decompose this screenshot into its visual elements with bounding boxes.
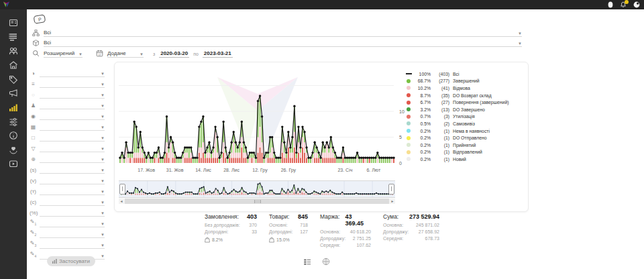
legend-item[interactable]: 100%(403)Всі [405,70,525,78]
tag-p-icon[interactable]: Р [32,13,47,25]
avatar-icon[interactable] [608,1,613,8]
filter-select[interactable]: ▼ [40,115,105,120]
list-view-icon[interactable] [303,258,311,266]
filter-select[interactable]: ▼ [40,147,105,152]
sidebar-item-info[interactable] [0,128,27,142]
app-logo-icon[interactable] [2,1,11,9]
scrollbar-thumb[interactable] [125,199,389,204]
legend-item[interactable]: 0.2%(1)Прийнятий [405,142,525,149]
orders-chart[interactable]: 051017. Жов31. Жов14. Лис28. Лис12. Гру2… [119,68,417,178]
legend-dot-marker [407,129,411,133]
filter-select[interactable]: ▼ [40,82,105,88]
filter-select[interactable]: ▼ [40,222,105,227]
filter-row: ◑▼ [30,66,105,77]
sphere-icon: ◉ [30,113,37,120]
sidebar-item-video-tutorials[interactable] [0,156,27,170]
stat-sub-label: Основна: [320,229,340,235]
sidebar-item-price-tags[interactable] [0,72,27,86]
filter-select[interactable]: ▼ [40,168,105,174]
legend-item[interactable]: 6.7%(27)Повернення (завершений) [405,99,525,106]
apply-button[interactable]: Застосувати [47,256,95,266]
legend-item[interactable]: 3.2%(13)DO Завершено [405,106,525,113]
filter-select[interactable]: ▼ [40,233,105,238]
navigator-mini-chart [119,181,395,197]
chevron-down-icon: ▼ [101,190,105,194]
group-filter-select[interactable]: Всі ▼ [44,30,522,37]
filter-row: (%)▼ [30,206,105,217]
chevron-down-icon: ▼ [101,93,105,97]
filter-select[interactable]: ▼ [40,125,105,131]
date-field-value: Додане [107,50,126,56]
chevron-down-icon: ▼ [101,147,105,151]
filter-select[interactable]: ▼ [40,158,105,163]
sidebar-item-marketing[interactable] [0,86,27,100]
stat-badge-percent: 8.2% [212,237,223,242]
filter-select[interactable]: ▼ [40,243,105,249]
person-icon: ♟ [30,103,37,109]
scroll-right-icon[interactable]: ► [390,199,395,204]
filter-select[interactable]: ▼ [40,190,105,195]
chevron-down-icon: ▼ [518,42,522,46]
equalizer-icon: ≡ [30,81,37,88]
legend-percent: 0.2% [415,157,431,162]
filter-select[interactable]: ▼ [40,104,105,109]
navigator-right-handle[interactable] [388,184,394,194]
chevron-down-icon: ▼ [101,125,105,129]
contrast-circle-icon: ◑ [30,70,37,77]
sidebar-item-customers[interactable] [0,44,27,58]
legend-item[interactable]: 0.2%(1)Відправлений [405,149,525,156]
sidebar-item-statistics[interactable] [0,100,27,114]
chart-navigator[interactable] [119,180,395,198]
legend-item[interactable]: 0.5%(2)Самовивіз [405,120,525,127]
stat-sub-label: Середня: [320,242,340,249]
legend-item[interactable]: 0.2%(1)Нема в наявності [405,127,525,135]
navigator-left-handle[interactable] [119,184,125,194]
search-icon[interactable] [32,50,40,58]
date-from-input[interactable]: 2020-03-20 [159,50,189,58]
filter-row: ▽▼ [30,142,105,152]
sidebar-item-store[interactable] [0,58,27,72]
legend-item[interactable]: 10.2%(41)Відмова [405,85,525,92]
chart-scrollbar[interactable]: ◄ ► [119,199,395,204]
svg-text:0: 0 [399,161,402,166]
apply-button-label: Застосувати [59,258,90,264]
custom-field-1-icon: ✎1 [30,219,37,227]
chart-legend: 100%(403)Всі68.7%(277)Завершений10.2%(41… [405,70,525,163]
legend-percent: 0.2% [415,129,431,133]
legend-item[interactable]: 0.2%(1)DO Отправлено [405,134,525,142]
filter-row: (v)▼ [30,174,105,184]
legend-dot-marker [407,150,411,154]
filter-select[interactable]: ▼ [40,72,105,77]
filter-row-group: Всі ▼ [32,30,522,37]
filter-row: ○▼ [30,88,105,99]
date-to-input[interactable]: 2023-03-21 [203,50,233,58]
legend-item[interactable]: 0.7%(3)Утилізація [405,113,525,121]
legend-label: Повернення (завершений) [453,100,508,105]
filter-select[interactable]: ▼ [40,93,105,99]
product-view-icon[interactable] [322,258,330,266]
custom-field-3-icon: ✎3 [30,240,37,249]
date-field-select[interactable]: Додане ▼ [107,50,144,58]
filter-select[interactable]: ▼ [40,179,105,184]
sidebar-item-dashboard[interactable] [0,15,27,30]
funnel-icon: ▽ [30,146,37,152]
legend-dot-marker [407,157,411,161]
product-filter-select[interactable]: Всі ▼ [44,40,522,47]
filter-select[interactable]: ▼ [40,211,105,217]
svg-text:5: 5 [399,135,402,140]
sidebar-item-support[interactable] [0,142,27,156]
search-mode-select[interactable]: Розширений ▼ [44,50,83,58]
stat-value: 845 [298,213,308,220]
filter-select[interactable]: ▼ [40,201,105,206]
legend-item[interactable]: 68.7%(277)Завершений [405,78,525,85]
svg-text:28. Лис: 28. Лис [223,168,239,172]
sidebar-item-settings[interactable] [0,114,27,128]
legend-item[interactable]: 8.7%(35)DO Возврат склад [405,92,525,99]
sidebar-item-orders[interactable] [0,30,27,44]
legend-item[interactable]: 0.2%(1)Новий [405,156,525,163]
notifications-bell-icon[interactable] [620,1,627,8]
filter-select[interactable]: ▼ [40,136,105,142]
stat-value: 43 369.45 [345,213,371,227]
scroll-left-icon[interactable]: ◄ [119,199,124,204]
user-circle-icon[interactable] [633,1,640,8]
